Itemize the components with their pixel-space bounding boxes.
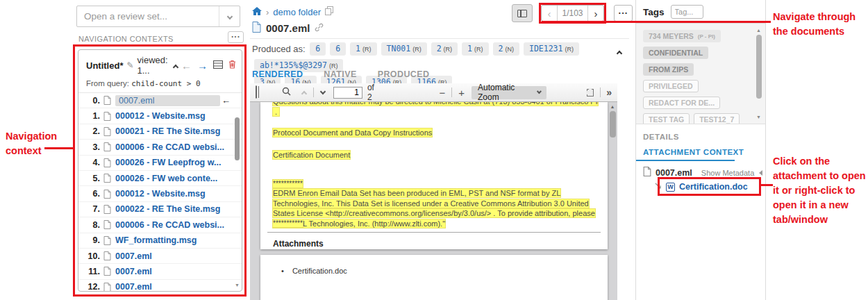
chevron-down-icon[interactable] bbox=[219, 6, 240, 26]
find-prev-chevron-icon[interactable] bbox=[302, 86, 306, 99]
document-link[interactable]: 000026 - FW Leepfrog w... bbox=[115, 158, 221, 167]
produced-badge[interactable]: 1(R) bbox=[462, 42, 488, 56]
produced-badge[interactable]: 6 bbox=[310, 42, 326, 56]
scroll-up-icon[interactable]: ▲ bbox=[610, 104, 615, 109]
collapse-produced-chevron-icon[interactable] bbox=[617, 46, 621, 58]
tag-badge[interactable]: TEST TAG bbox=[643, 113, 690, 124]
document-icon bbox=[252, 22, 261, 35]
document-link[interactable]: 000006 - Re CCAD websi... bbox=[115, 142, 224, 152]
list-item[interactable]: 6. 000012 - Website.msg bbox=[78, 186, 242, 201]
pdf-scrollbar-thumb[interactable] bbox=[610, 111, 616, 138]
produced-badge[interactable]: 2(N) bbox=[493, 42, 519, 56]
tag-badge[interactable]: FROM ZIPS bbox=[643, 63, 694, 76]
list-item[interactable]: 5. 000026 - FW web conte... bbox=[78, 171, 242, 186]
document-link[interactable]: 000006 - Re CCAD websi... bbox=[115, 220, 224, 230]
toolbar-overflow-icon[interactable]: » bbox=[606, 87, 612, 98]
nav-contexts-menu-button[interactable]: ... bbox=[228, 31, 244, 43]
tag-label: CONFIDENTIAL bbox=[649, 49, 703, 57]
produced-as-label: Produced as: bbox=[252, 44, 306, 54]
list-item[interactable]: 11. 0007.eml bbox=[78, 264, 242, 279]
attachment-row[interactable]: W Certification.doc bbox=[655, 182, 748, 192]
zoom-in-button[interactable]: + bbox=[458, 87, 465, 99]
list-item[interactable]: 0. 0007.eml ← bbox=[78, 93, 242, 108]
email-edrm-paragraph: EDRM Enron Email Data Set has been produ… bbox=[273, 188, 595, 228]
list-scrollbar-thumb[interactable] bbox=[235, 117, 240, 160]
tag-input[interactable] bbox=[671, 5, 703, 19]
pdf-page-input[interactable] bbox=[333, 87, 362, 99]
parent-document-row[interactable]: 0007.eml Show Metadata bbox=[643, 167, 762, 178]
breadcrumb-folder-link[interactable]: demo folder bbox=[273, 7, 321, 17]
document-link[interactable]: 0007.eml bbox=[115, 251, 152, 261]
toggle-panel-button[interactable] bbox=[512, 4, 533, 22]
list-item[interactable]: 3. 000006 - Re CCAD websi... bbox=[78, 140, 242, 155]
link-icon[interactable] bbox=[315, 22, 324, 34]
produced-badge[interactable]: 1(R) bbox=[350, 42, 376, 56]
document-link[interactable]: 0007.eml bbox=[115, 282, 152, 292]
document-icon bbox=[103, 127, 111, 136]
edit-pencil-icon[interactable]: ✎ bbox=[126, 60, 133, 70]
prev-document-button[interactable]: ‹ bbox=[542, 6, 558, 21]
tags-scrollbar-thumb[interactable] bbox=[756, 35, 762, 99]
selection-tool-icon[interactable] bbox=[587, 89, 594, 97]
document-link[interactable]: WF_formatting.msg bbox=[115, 235, 197, 245]
list-item[interactable]: 12. 0007.eml bbox=[78, 280, 242, 292]
find-next-chevron-icon[interactable] bbox=[321, 86, 325, 99]
attachment-context-header[interactable]: ATTACHMENT CONTEXT bbox=[643, 148, 744, 156]
document-link[interactable]: 000021 - RE The Site.msg bbox=[115, 126, 220, 136]
list-item[interactable]: 4. 000026 - FW Leepfrog w... bbox=[78, 156, 242, 171]
show-metadata-link[interactable]: Show Metadata bbox=[701, 169, 754, 177]
item-number: 0. bbox=[78, 96, 100, 106]
produced-badge[interactable]: 6 bbox=[330, 42, 346, 56]
produced-badge[interactable]: IDE1231(R) bbox=[524, 42, 579, 56]
list-item[interactable]: 1. 000012 - Website.msg bbox=[78, 108, 242, 124]
breadcrumb-separator: › bbox=[266, 7, 269, 17]
document-link[interactable]: 000026 - FW web conte... bbox=[115, 174, 217, 183]
list-item[interactable]: 2. 000021 - RE The Site.msg bbox=[78, 124, 242, 140]
tags-scrollbar[interactable]: ▲ ▼ bbox=[756, 28, 762, 119]
produced-badge[interactable]: TN001(R) bbox=[381, 42, 427, 56]
pdf-scrollbar[interactable]: ▲ bbox=[609, 104, 616, 138]
breadcrumb: › demo folder bbox=[252, 6, 333, 17]
divider bbox=[313, 88, 314, 97]
tag-badge[interactable]: PRIVILEGED bbox=[643, 80, 699, 92]
list-item[interactable]: 8. 000006 - Re CCAD websi... bbox=[78, 217, 242, 233]
tag-label: 734 MEYERS bbox=[649, 32, 694, 40]
trash-icon[interactable] bbox=[228, 60, 236, 71]
list-item[interactable]: 7. 000022 - RE The Site.msg bbox=[78, 202, 242, 217]
page-title: 0007.eml bbox=[266, 22, 310, 34]
collapse-chevron-icon[interactable] bbox=[174, 61, 178, 72]
more-options-button[interactable]: ... bbox=[614, 5, 633, 22]
document-link[interactable]: 0007.eml bbox=[115, 267, 152, 276]
context-card-header: Untitled* ✎ viewed: 1... ← → bbox=[78, 50, 242, 78]
zoom-out-button[interactable]: − bbox=[440, 87, 446, 99]
home-icon[interactable] bbox=[252, 7, 262, 17]
copy-icon[interactable] bbox=[325, 6, 333, 17]
next-document-button[interactable]: › bbox=[587, 6, 603, 21]
pdf-sidebar-toggle-icon[interactable] bbox=[256, 86, 257, 99]
document-link[interactable]: 000022 - RE The Site.msg bbox=[115, 204, 220, 214]
document-link[interactable]: 0007.eml bbox=[119, 96, 154, 106]
tag-badge[interactable]: REDACT FOR DE... bbox=[643, 97, 720, 109]
list-item[interactable]: 10. 0007.eml bbox=[78, 249, 242, 264]
bullet-icon: • bbox=[281, 267, 284, 275]
tag-badge[interactable]: CONFIDENTIAL bbox=[643, 47, 708, 59]
next-doc-arrow-icon[interactable]: → bbox=[197, 60, 208, 72]
scroll-up-icon[interactable]: ▲ bbox=[756, 28, 761, 33]
tag-label: PRIVILEGED bbox=[649, 82, 693, 90]
list-item[interactable]: 9. WF_formatting.msg bbox=[78, 233, 242, 249]
produced-badge[interactable]: 2(R) bbox=[431, 42, 458, 56]
tag-badge[interactable]: TEST12_7 bbox=[694, 113, 740, 124]
zoom-select[interactable]: Automatic Zoom bbox=[471, 86, 546, 99]
review-set-select[interactable]: Open a review set... bbox=[76, 6, 240, 27]
search-icon[interactable] bbox=[282, 86, 291, 99]
document-link[interactable]: 000012 - Website.msg bbox=[115, 111, 206, 121]
prev-doc-arrow-icon[interactable]: ← bbox=[181, 60, 192, 72]
tag-badge[interactable]: 734 MEYERS (P - PI) bbox=[643, 30, 721, 42]
document-link[interactable]: 000012 - Website.msg bbox=[115, 189, 206, 199]
attachment-link[interactable]: Certification.doc bbox=[679, 182, 748, 192]
scroll-down-icon[interactable]: ▼ bbox=[235, 283, 240, 288]
item-number: 2. bbox=[78, 126, 100, 136]
table-view-icon[interactable] bbox=[213, 60, 223, 71]
scroll-down-icon[interactable]: ▼ bbox=[756, 115, 761, 119]
collapse-triangle-icon[interactable] bbox=[759, 170, 762, 176]
